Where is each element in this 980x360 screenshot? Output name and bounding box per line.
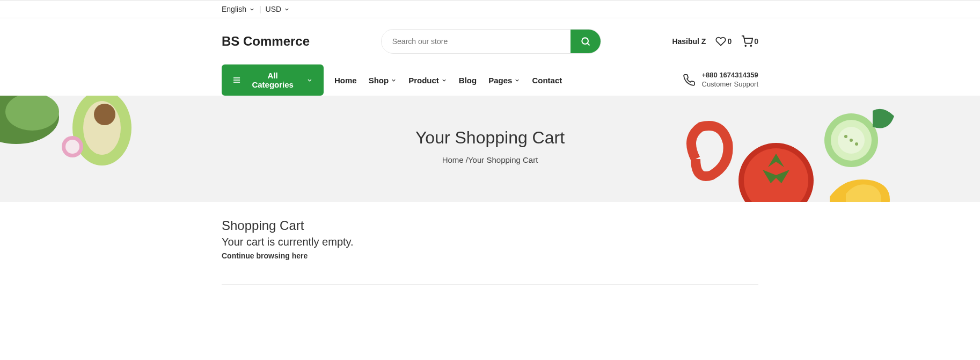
divider xyxy=(222,284,758,285)
continue-browsing-link[interactable]: Continue browsing here xyxy=(222,251,758,260)
heart-icon xyxy=(715,36,726,47)
top-bar: English | USD xyxy=(0,0,980,18)
cart-section: Shopping Cart Your cart is currently emp… xyxy=(222,202,758,301)
svg-point-13 xyxy=(65,140,79,154)
header: BS Commerce Hasibul Z 0 0 xyxy=(0,18,980,64)
user-name[interactable]: Hasibul Z xyxy=(672,37,706,46)
nav-links: Home Shop Product Blog Pages Contact xyxy=(334,76,562,85)
chevron-down-icon xyxy=(306,77,313,84)
cart-count: 0 xyxy=(754,37,758,46)
search-input[interactable] xyxy=(382,31,571,52)
chevron-down-icon xyxy=(441,77,447,83)
svg-point-11 xyxy=(94,104,115,125)
nav-link-pages[interactable]: Pages xyxy=(488,76,520,85)
all-categories-label: All Categories xyxy=(248,71,297,89)
nav-link-product[interactable]: Product xyxy=(408,76,447,85)
wishlist-button[interactable]: 0 xyxy=(715,36,732,47)
breadcrumb-current: Your Shopping Cart xyxy=(468,155,538,164)
language-label: English xyxy=(222,5,246,13)
banner-decoration-right xyxy=(679,105,980,202)
svg-line-1 xyxy=(587,44,589,46)
phone-icon xyxy=(683,74,696,87)
support-section: +880 1674314359 Customer Support xyxy=(683,71,759,89)
language-selector[interactable]: English xyxy=(222,5,255,13)
logo[interactable]: BS Commerce xyxy=(222,34,310,49)
search-wrapper xyxy=(381,29,601,54)
breadcrumb-home[interactable]: Home xyxy=(442,155,464,164)
breadcrumb-separator: / xyxy=(464,155,468,164)
chevron-down-icon xyxy=(514,77,520,83)
nav-link-home[interactable]: Home xyxy=(334,76,357,85)
cart-button[interactable]: 0 xyxy=(741,35,758,47)
chevron-down-icon xyxy=(284,6,290,12)
cart-icon xyxy=(741,35,753,47)
search-icon xyxy=(580,36,591,47)
svg-point-2 xyxy=(745,45,747,46)
currency-label: USD xyxy=(266,5,282,13)
svg-point-20 xyxy=(844,135,847,138)
chevron-down-icon xyxy=(391,77,397,83)
svg-point-3 xyxy=(751,45,752,46)
currency-selector[interactable]: USD xyxy=(266,5,290,13)
wishlist-count: 0 xyxy=(727,37,732,46)
search-button[interactable] xyxy=(571,30,601,53)
support-phone: +880 1674314359 xyxy=(702,71,759,80)
nav-link-blog[interactable]: Blog xyxy=(459,76,477,85)
svg-point-0 xyxy=(582,38,588,44)
nav-bar: All Categories Home Shop Product Blog Pa… xyxy=(222,64,758,96)
chevron-down-icon xyxy=(249,6,255,12)
cart-empty-message: Your cart is currently empty. xyxy=(222,236,758,248)
top-bar-divider: | xyxy=(259,5,261,13)
svg-point-21 xyxy=(855,142,858,146)
nav-link-contact[interactable]: Contact xyxy=(532,76,562,85)
page-banner: Your Shopping Cart Home /Your Shopping C… xyxy=(0,96,980,202)
support-label: Customer Support xyxy=(702,80,759,89)
nav-link-shop[interactable]: Shop xyxy=(369,76,397,85)
svg-point-19 xyxy=(850,139,853,142)
cart-title: Shopping Cart xyxy=(222,218,758,233)
banner-decoration-left xyxy=(0,96,145,192)
all-categories-button[interactable]: All Categories xyxy=(222,64,324,96)
menu-icon xyxy=(232,75,241,85)
